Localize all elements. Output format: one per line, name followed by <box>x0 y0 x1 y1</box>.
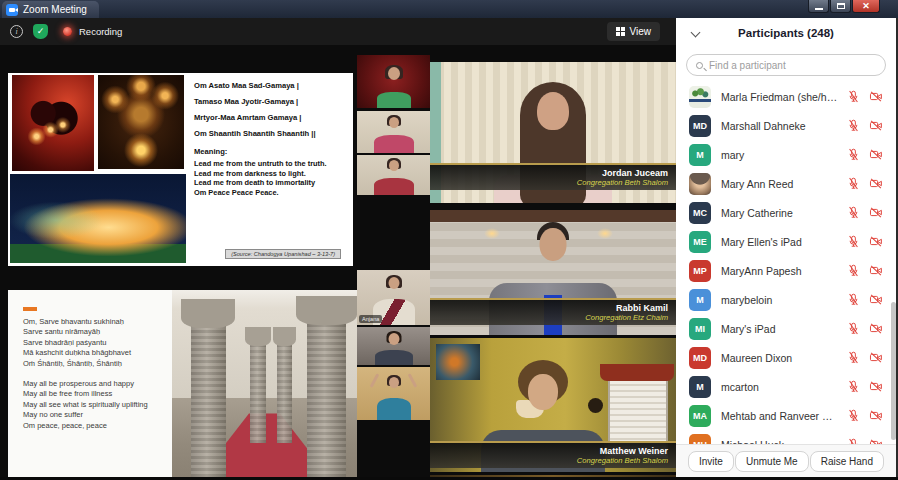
participant-row[interactable]: MC Mary Catherine <box>676 198 896 227</box>
text-line: Sarve santu nirāmayāḥ <box>23 327 175 337</box>
text-line: Om Asato Maa Sad-Gamaya | <box>194 81 346 90</box>
text-line: Lead me from darkness to light. <box>194 169 346 179</box>
temple-night-photo <box>10 174 186 263</box>
mic-off-icon <box>847 322 860 335</box>
camera-off-icon <box>869 264 883 277</box>
participant-name: Maureen Dixon <box>721 352 839 364</box>
invite-button[interactable]: Invite <box>688 451 734 472</box>
unmute-me-button[interactable]: Unmute Me <box>735 451 809 472</box>
camera-off-icon <box>869 119 883 132</box>
speaker-org: Congregation Beth Shalom <box>430 456 668 465</box>
video-thumbnail[interactable]: Anjana <box>357 270 430 325</box>
security-shield-icon[interactable]: ✓ <box>33 24 48 39</box>
mic-off-icon <box>847 409 860 422</box>
camera-off-icon <box>869 409 883 422</box>
participant-name: Marshall Dahneke <box>721 120 839 132</box>
video-thumbnail[interactable] <box>357 155 430 195</box>
text-line: Om peace, peace, peace <box>23 421 175 431</box>
meaning-lines: Lead me from the untruth to the truth.Le… <box>194 159 346 197</box>
title-bar: Zoom Meeting ✕ <box>0 0 898 18</box>
video-thumbnail[interactable] <box>357 55 430 108</box>
mic-off-icon <box>847 293 860 306</box>
participant-avatar: M <box>689 144 711 166</box>
participant-name: Mehtab and Ranveer Singh <box>721 410 839 422</box>
search-input[interactable] <box>709 60 885 71</box>
thumbnail-name-label: Anjana <box>359 315 382 323</box>
camera-off-icon <box>869 380 883 393</box>
search-icon <box>696 62 703 69</box>
meeting-toolbar: i ✓ Recording View <box>0 18 676 45</box>
video-tile-rabbi[interactable]: Rabbi Kamil Congregation Etz Chaim <box>430 210 676 335</box>
video-thumbnail[interactable] <box>357 327 430 365</box>
participant-avatar: M <box>689 376 711 398</box>
text-line: Mrtyor-Maa Amrtam Gamaya | <box>194 113 346 122</box>
participant-avatar: MP <box>689 260 711 282</box>
participant-row[interactable]: Mary Ann Reed <box>676 169 896 198</box>
participant-avatar: MD <box>689 115 711 137</box>
text-line: Lead me from death to immortality <box>194 178 346 188</box>
participant-name: MaryAnn Papesh <box>721 265 839 277</box>
participant-row[interactable]: MH Michael Huck <box>676 430 896 444</box>
participant-row[interactable]: MI Mary's iPad <box>676 314 896 343</box>
participant-avatar: ME <box>689 231 711 253</box>
text-line: Om Shaantih Shaantih Shaantih || <box>194 129 346 138</box>
mic-off-icon <box>847 206 860 219</box>
camera-off-icon <box>869 235 883 248</box>
camera-off-icon <box>869 148 883 161</box>
zoom-logo-icon <box>6 4 18 16</box>
name-banner: Jordan Juceam Congregation Beth Shalom <box>430 163 676 190</box>
speaker-name: Jordan Juceam <box>430 168 668 178</box>
maximize-button[interactable] <box>830 0 851 13</box>
recording-label: Recording <box>79 26 122 37</box>
raise-hand-button[interactable]: Raise Hand <box>810 451 884 472</box>
view-button[interactable]: View <box>607 22 661 41</box>
video-thumbnail[interactable] <box>357 111 430 153</box>
name-banner: Matthew Weiner Congregation Beth Shalom <box>430 441 676 468</box>
participants-list: Marla Friedman (she/her) MD Marshall Dah… <box>676 82 896 444</box>
oil-lamp-photo <box>12 75 94 171</box>
mic-off-icon <box>847 351 860 364</box>
close-button[interactable]: ✕ <box>852 0 880 13</box>
participant-row[interactable]: M mary <box>676 140 896 169</box>
minimize-button[interactable] <box>808 0 829 13</box>
participant-row[interactable]: M marybeloin <box>676 285 896 314</box>
participant-avatar: MC <box>689 202 711 224</box>
participant-row[interactable]: Marla Friedman (she/her) <box>676 82 896 111</box>
text-line: Mā kashchit duḥkha bhāgbhavet <box>23 348 175 358</box>
camera-off-icon <box>869 177 883 190</box>
speaker-org: Congregation Beth Shalom <box>430 178 668 187</box>
participant-name: mcarton <box>721 381 839 393</box>
camera-off-icon <box>869 90 883 103</box>
camera-off-icon <box>869 351 883 364</box>
participant-avatar: MH <box>689 434 711 445</box>
video-thumbnail-strip: Anjana <box>357 55 430 477</box>
video-tile-jordan[interactable]: Jordan Juceam Congregation Beth Shalom <box>430 62 676 203</box>
participant-search-box[interactable] <box>686 54 886 76</box>
text-line: Sarve bhadrāṇi paśyantu <box>23 338 175 348</box>
mantra-lines: Om Asato Maa Sad-Gamaya |Tamaso Maa Jyot… <box>194 81 346 138</box>
slide-mantra-1: Om Asato Maa Sad-Gamaya |Tamaso Maa Jyot… <box>8 73 353 266</box>
window-title: Zoom Meeting <box>23 4 87 15</box>
participant-row[interactable]: MP MaryAnn Papesh <box>676 256 896 285</box>
camera-off-icon <box>869 322 883 335</box>
mic-off-icon <box>847 264 860 277</box>
participant-avatar <box>689 173 711 195</box>
mic-off-icon <box>847 119 860 132</box>
participant-avatar: MD <box>689 347 711 369</box>
info-icon[interactable]: i <box>10 25 23 38</box>
participant-row[interactable]: MA Mehtab and Ranveer Singh <box>676 401 896 430</box>
grid-view-icon <box>616 27 625 36</box>
recording-dot-icon <box>63 27 72 36</box>
temple-pillars-photo <box>172 290 357 477</box>
video-tile-matthew[interactable]: Matthew Weiner Congregation Beth Shalom <box>430 338 676 472</box>
participant-row[interactable]: M mcarton <box>676 372 896 401</box>
accent-dash <box>23 307 37 311</box>
participant-row[interactable]: ME Mary Ellen's iPad <box>676 227 896 256</box>
mic-off-icon <box>847 380 860 393</box>
video-thumbnail[interactable] <box>357 367 430 420</box>
camera-off-icon <box>869 293 883 306</box>
participant-row[interactable]: MD Marshall Dahneke <box>676 111 896 140</box>
participants-header: Participants (248) <box>676 18 896 50</box>
participant-name: marybeloin <box>721 294 839 306</box>
participant-row[interactable]: MD Maureen Dixon <box>676 343 896 372</box>
